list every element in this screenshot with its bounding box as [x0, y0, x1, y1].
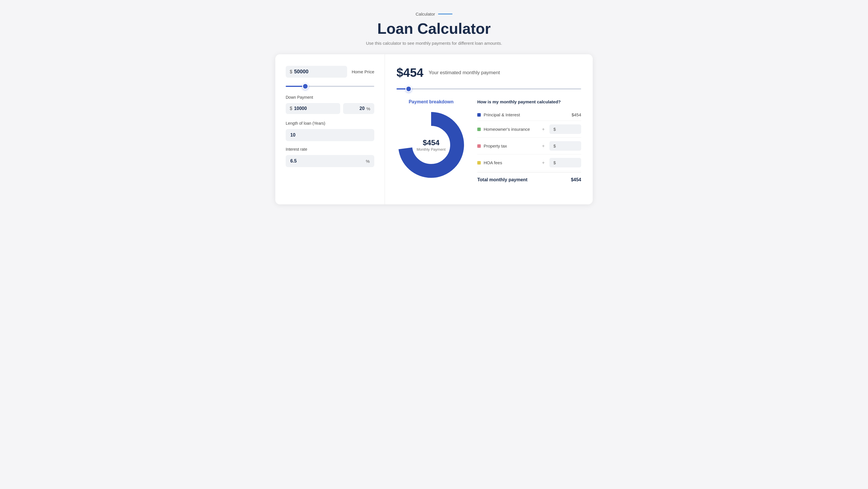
- right-slider[interactable]: [397, 88, 581, 90]
- hoa-input[interactable]: [557, 160, 577, 165]
- down-payment-input[interactable]: [294, 106, 336, 111]
- breakdown-section-title: Payment breakdown: [409, 99, 454, 104]
- insurance-color-dot: [477, 128, 481, 131]
- down-payment-percent-sign: %: [367, 106, 370, 111]
- right-panel: $454 Your estimated monthly payment Paym…: [385, 54, 593, 204]
- hoa-dollar: $: [554, 160, 556, 165]
- loan-length-input[interactable]: [286, 129, 374, 141]
- down-payment-percent-input[interactable]: [347, 106, 365, 111]
- donut-label: Monthly Payment: [417, 147, 445, 152]
- hoa-label: HOA fees: [484, 160, 537, 165]
- header-tag: Calculator: [366, 11, 502, 17]
- principal-amount: $454: [571, 112, 581, 117]
- breakdown-row-hoa: HOA fees + $: [477, 154, 581, 171]
- home-price-input-wrap: $: [286, 66, 347, 78]
- total-label: Total monthly payment: [477, 177, 571, 182]
- insurance-input[interactable]: [557, 127, 577, 132]
- property-tax-input[interactable]: [557, 144, 577, 148]
- principal-label: Principal & Interest: [484, 112, 569, 117]
- property-tax-color-dot: [477, 144, 481, 148]
- down-payment-input-wrap: $: [286, 103, 340, 114]
- insurance-input-wrap: $: [550, 124, 581, 134]
- down-payment-label: Down Payment: [286, 95, 374, 100]
- estimated-amount: $454: [397, 66, 423, 80]
- total-row: Total monthly payment $454: [477, 172, 581, 182]
- principal-color-dot: [477, 113, 481, 117]
- insurance-plus: +: [542, 127, 545, 132]
- donut-area: Payment breakdown $454 Monthly Payment: [397, 99, 466, 180]
- down-payment-row: $ %: [286, 103, 374, 114]
- insurance-dollar: $: [554, 127, 556, 132]
- page-title: Loan Calculator: [366, 20, 502, 37]
- hoa-plus: +: [542, 160, 545, 165]
- loan-length-group: Length of loan (Years): [286, 121, 374, 141]
- property-tax-dollar: $: [554, 144, 556, 148]
- page-subtitle: Use this calculator to see monthly payme…: [366, 41, 502, 45]
- property-tax-input-wrap: $: [550, 141, 581, 151]
- home-price-label: Home Price: [352, 69, 374, 74]
- down-payment-percent-wrap: %: [343, 103, 374, 114]
- estimated-payment-row: $454 Your estimated monthly payment: [397, 66, 581, 80]
- donut-center: $454 Monthly Payment: [417, 138, 445, 152]
- home-price-input[interactable]: [294, 69, 343, 75]
- loan-length-label: Length of loan (Years): [286, 121, 374, 126]
- breakdown-details: How is my monthly payment calculated? Pr…: [477, 99, 581, 182]
- hoa-color-dot: [477, 161, 481, 164]
- breakdown-row-property-tax: Property tax + $: [477, 138, 581, 154]
- interest-rate-input[interactable]: [290, 158, 366, 164]
- home-price-row: $ Home Price: [286, 66, 374, 78]
- insurance-label: Homeowner's insurance: [484, 127, 537, 132]
- total-amount: $454: [571, 177, 581, 182]
- down-payment-dollar: $: [290, 106, 292, 111]
- estimated-label: Your estimated monthly payment: [429, 70, 500, 75]
- interest-rate-percent-sign: %: [366, 159, 370, 164]
- calculator-card: $ Home Price Down Payment $ % Length of …: [275, 54, 593, 204]
- donut-amount: $454: [417, 138, 445, 147]
- home-price-slider-container: [286, 83, 374, 88]
- interest-rate-group: Interest rate %: [286, 147, 374, 167]
- donut-wrapper: $454 Monthly Payment: [397, 110, 466, 180]
- page-header: Calculator Loan Calculator Use this calc…: [366, 11, 502, 45]
- property-tax-label: Property tax: [484, 144, 537, 148]
- home-price-dollar: $: [290, 69, 292, 74]
- home-price-slider[interactable]: [286, 86, 374, 87]
- left-panel: $ Home Price Down Payment $ % Length of …: [275, 54, 385, 204]
- property-tax-plus: +: [542, 144, 545, 149]
- interest-rate-label: Interest rate: [286, 147, 374, 152]
- hoa-input-wrap: $: [550, 158, 581, 167]
- header-tag-label: Calculator: [415, 11, 435, 17]
- right-slider-container: [397, 86, 581, 91]
- header-tag-line: [438, 13, 453, 14]
- interest-rate-input-wrap: %: [286, 155, 374, 167]
- breakdown-row-insurance: Homeowner's insurance + $: [477, 121, 581, 138]
- breakdown-row-principal: Principal & Interest $454: [477, 109, 581, 121]
- calculation-title: How is my monthly payment calculated?: [477, 99, 581, 104]
- breakdown-content: Payment breakdown $454 Monthly Payment: [397, 99, 581, 182]
